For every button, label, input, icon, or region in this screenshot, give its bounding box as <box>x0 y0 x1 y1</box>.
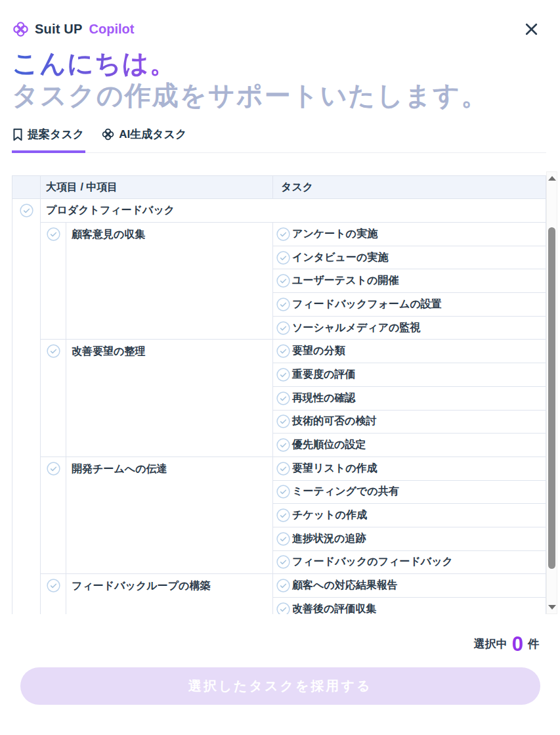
task-cell: 顧客への対応結果報告 <box>273 574 546 598</box>
check-circle-icon[interactable] <box>47 344 60 358</box>
mid-item-check-cell <box>41 340 66 457</box>
task-label: フィードバックフォームの設置 <box>292 298 442 311</box>
table-row: 開発チームへの伝達要望リストの作成 <box>12 457 546 480</box>
greeting: こんにちは。 タスクの作成をサポートいたします。 <box>0 38 560 110</box>
bookmark-icon <box>12 128 24 141</box>
scroll-up-arrow-icon[interactable] <box>548 176 556 181</box>
check-circle-icon[interactable] <box>276 274 290 288</box>
task-cell: 要望の分類 <box>273 340 546 363</box>
task-cell: フィードバックのフィードバック <box>273 550 546 574</box>
task-label: 改善後の評価収集 <box>292 602 376 614</box>
task-cell: ミーティングでの共有 <box>273 480 546 504</box>
tab-label: 提案タスク <box>28 127 84 142</box>
check-circle-icon[interactable] <box>276 391 290 405</box>
check-circle-icon[interactable] <box>276 602 290 614</box>
mid-item-label: 改善要望の整理 <box>66 340 273 457</box>
knot-icon <box>101 127 115 141</box>
task-cell: 重要度の評価 <box>273 363 546 387</box>
check-circle-icon[interactable] <box>276 462 290 476</box>
task-label: 技術的可否の検討 <box>292 414 376 428</box>
check-circle-icon[interactable] <box>276 368 290 382</box>
check-circle-icon[interactable] <box>276 438 290 452</box>
header-category: 大項目 / 中項目 <box>41 176 273 199</box>
brand-suffix: Copilot <box>89 22 135 37</box>
mid-item-label: 開発チームへの伝達 <box>66 457 273 573</box>
task-cell: 再現性の確認 <box>273 386 546 410</box>
selection-summary: 選択中 0 件 <box>0 634 539 654</box>
table-header-row: 大項目 / 中項目 タスク <box>12 176 546 199</box>
task-table-viewport: 大項目 / 中項目 タスク プロダクトフィードバック顧客意見の収集アンケートの実… <box>12 175 546 614</box>
scrollbar[interactable] <box>546 171 557 614</box>
brand-name: Suit UP <box>35 22 83 37</box>
task-cell: アンケートの実施 <box>273 223 546 246</box>
task-cell: 改善後の評価収集 <box>273 598 546 615</box>
task-label: 要望リストの作成 <box>292 462 377 476</box>
mid-item-check-cell <box>41 223 66 340</box>
task-cell: 進捗状況の追跡 <box>273 527 546 550</box>
task-cell: ソーシャルメディアの監視 <box>273 316 546 340</box>
task-label: 要望の分類 <box>292 344 345 358</box>
task-cell: ユーザーテストの開催 <box>273 269 546 293</box>
check-circle-icon[interactable] <box>47 227 60 241</box>
close-icon[interactable] <box>522 20 540 38</box>
header-task: タスク <box>273 176 546 199</box>
task-cell: チケットの作成 <box>273 504 546 527</box>
table-row: フィードバックループの構築顧客への対応結果報告 <box>12 574 546 598</box>
task-label: インタビューの実施 <box>292 251 388 265</box>
task-label: 優先順位の設定 <box>292 438 366 452</box>
task-cell: 技術的可否の検討 <box>273 410 546 434</box>
task-label: ミーティングでの共有 <box>292 485 399 499</box>
selected-unit: 件 <box>528 636 539 652</box>
tab-label: AI生成タスク <box>119 127 186 142</box>
dialog-header: Suit UP Copilot <box>0 0 560 38</box>
tab-bar: 提案タスク AI生成タスク <box>12 127 546 153</box>
tab-ai-generated-tasks[interactable]: AI生成タスク <box>101 127 188 153</box>
check-circle-icon[interactable] <box>276 251 290 265</box>
check-circle-icon[interactable] <box>276 532 290 546</box>
task-cell: フィードバックフォームの設置 <box>273 293 546 317</box>
table-row: プロダクトフィードバック <box>12 199 546 223</box>
check-circle-icon[interactable] <box>276 485 290 499</box>
task-label: フィードバックのフィードバック <box>292 555 453 569</box>
check-circle-icon[interactable] <box>276 321 290 335</box>
task-label: 重要度の評価 <box>292 368 355 382</box>
task-table-zone: 大項目 / 中項目 タスク プロダクトフィードバック顧客意見の収集アンケートの実… <box>12 175 557 614</box>
task-label: ソーシャルメディアの監視 <box>292 321 420 335</box>
task-label: 再現性の確認 <box>292 391 355 405</box>
mid-item-check-cell <box>41 457 66 573</box>
check-circle-icon[interactable] <box>276 227 290 241</box>
large-item-label: プロダクトフィードバック <box>41 199 546 223</box>
large-item-check-cell <box>12 199 41 615</box>
task-cell: インタビューの実施 <box>273 246 546 269</box>
check-circle-icon[interactable] <box>20 204 33 217</box>
check-circle-icon[interactable] <box>47 579 60 592</box>
suitup-logo-icon <box>12 20 30 38</box>
greeting-line1: こんにちは。 <box>12 49 177 78</box>
check-circle-icon[interactable] <box>276 414 290 428</box>
check-circle-icon[interactable] <box>276 344 290 358</box>
mid-item-label: 顧客意見の収集 <box>66 223 273 340</box>
check-circle-icon[interactable] <box>276 579 290 592</box>
task-cell: 優先順位の設定 <box>273 434 546 457</box>
task-label: アンケートの実施 <box>292 227 377 241</box>
check-circle-icon[interactable] <box>276 508 290 522</box>
selected-label: 選択中 <box>474 636 507 652</box>
selected-count: 0 <box>512 634 523 654</box>
tab-suggested-tasks[interactable]: 提案タスク <box>12 127 85 153</box>
check-circle-icon[interactable] <box>276 298 290 311</box>
task-label: チケットの作成 <box>292 508 367 522</box>
brand: Suit UP Copilot <box>12 20 134 38</box>
mid-item-check-cell <box>41 574 66 614</box>
check-circle-icon[interactable] <box>276 555 290 569</box>
task-label: ユーザーテストの開催 <box>292 274 398 288</box>
table-row: 顧客意見の収集アンケートの実施 <box>12 223 546 246</box>
scroll-down-arrow-icon[interactable] <box>548 605 556 610</box>
task-label: 進捗状況の追跡 <box>292 532 366 546</box>
greeting-line2: タスクの作成をサポートいたします。 <box>12 81 548 110</box>
header-check-column <box>12 176 41 199</box>
check-circle-icon[interactable] <box>47 462 60 476</box>
adopt-tasks-button[interactable]: 選択したタスクを採用する <box>20 667 540 705</box>
task-cell: 要望リストの作成 <box>273 457 546 480</box>
task-label: 顧客への対応結果報告 <box>292 579 398 592</box>
scrollbar-thumb[interactable] <box>548 227 555 569</box>
